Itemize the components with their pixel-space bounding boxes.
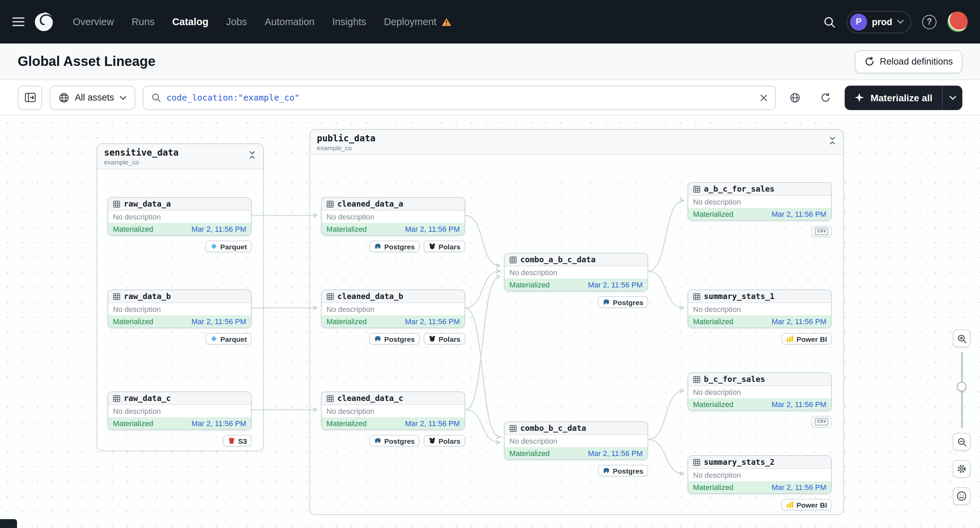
asset-tags: CSV: [687, 416, 832, 427]
asset-materialization-timestamp[interactable]: Mar 2, 11:56 PM: [588, 281, 643, 289]
materialize-options-button[interactable]: [942, 85, 963, 110]
asset-card[interactable]: b_c_for_sales No description Materialize…: [687, 373, 832, 411]
asset-description: No description: [108, 211, 251, 223]
zoom-slider-handle[interactable]: [957, 382, 966, 392]
asset-card[interactable]: a_b_c_for_sales No description Materiali…: [687, 182, 832, 221]
asset-node-a_b_c_for_sales[interactable]: a_b_c_for_sales No description Materiali…: [687, 182, 832, 237]
asset-card[interactable]: summary_stats_1 No description Materiali…: [687, 290, 832, 328]
asset-tags: PostgresPolars: [321, 435, 465, 446]
nav-item-runs[interactable]: Runs: [132, 16, 155, 27]
asset-card[interactable]: cleaned_data_b No description Materializ…: [321, 290, 465, 328]
asset-tag-postgres: Postgres: [369, 435, 420, 446]
asset-card[interactable]: cleaned_data_a No description Materializ…: [321, 197, 465, 236]
zoom-out-button[interactable]: [953, 433, 970, 450]
group-header: sensitive_data example_co: [97, 144, 263, 169]
asset-materialization-timestamp[interactable]: Mar 2, 11:56 PM: [772, 210, 826, 218]
asset-card[interactable]: cleaned_data_c No description Materializ…: [321, 392, 465, 430]
collapse-icon: [248, 151, 256, 159]
polars-icon: [428, 335, 436, 342]
asset-card[interactable]: raw_data_c No description Materialized M…: [107, 392, 251, 430]
feedback-button[interactable]: [953, 487, 970, 505]
asset-tag-label: Postgres: [613, 466, 643, 475]
asset-materialization-timestamp[interactable]: Mar 2, 11:56 PM: [191, 225, 246, 233]
asset-status: Materialized: [509, 281, 550, 289]
asset-tag-parquet: Parquet: [205, 333, 251, 344]
materialize-all-button[interactable]: Materialize all: [845, 85, 942, 110]
collapse-group-button[interactable]: [826, 135, 838, 147]
asset-node-raw_data_c[interactable]: raw_data_c No description Materialized M…: [107, 392, 251, 446]
asset-tag-label: S3: [238, 437, 247, 445]
nav-item-overview[interactable]: Overview: [73, 16, 114, 27]
asset-materialization-timestamp[interactable]: Mar 2, 11:56 PM: [191, 419, 246, 427]
asset-node-cleaned_data_a[interactable]: cleaned_data_a No description Materializ…: [321, 197, 465, 252]
asset-node-raw_data_a[interactable]: raw_data_a No description Materialized M…: [107, 197, 251, 252]
graph-settings-button[interactable]: [953, 460, 970, 478]
lineage-canvas[interactable]: sensitive_data example_co public_data ex…: [0, 116, 980, 528]
smiley-icon: [956, 491, 967, 501]
help-button[interactable]: ?: [922, 14, 937, 29]
asset-node-combo_b_c_data[interactable]: combo_b_c_data No description Materializ…: [504, 421, 648, 476]
asset-status: Materialized: [693, 400, 733, 408]
asset-node-combo_a_b_c_data[interactable]: combo_a_b_c_data No description Material…: [504, 253, 648, 308]
asset-name: combo_a_b_c_data: [520, 255, 596, 264]
sparkle-icon: [854, 92, 864, 103]
asset-materialization-timestamp[interactable]: Mar 2, 11:56 PM: [191, 317, 246, 325]
open-left-panel-button[interactable]: [18, 85, 42, 110]
asset-node-b_c_for_sales[interactable]: b_c_for_sales No description Materialize…: [687, 373, 832, 427]
zoom-slider[interactable]: [953, 352, 970, 428]
asset-node-summary_stats_1[interactable]: summary_stats_1 No description Materiali…: [687, 290, 832, 344]
asset-materialization-timestamp[interactable]: Mar 2, 11:56 PM: [405, 225, 460, 233]
clear-search-button[interactable]: [760, 94, 768, 101]
asset-materialization-timestamp[interactable]: Mar 2, 11:56 PM: [772, 483, 826, 491]
zoom-out-icon: [956, 437, 967, 447]
asset-card-header: cleaned_data_b: [322, 290, 465, 303]
asset-materialization-timestamp[interactable]: Mar 2, 11:56 PM: [588, 449, 643, 457]
asset-node-cleaned_data_b[interactable]: cleaned_data_b No description Materializ…: [321, 290, 465, 344]
asset-materialization-timestamp[interactable]: Mar 2, 11:56 PM: [772, 317, 826, 325]
asset-status-row: Materialized Mar 2, 11:56 PM: [688, 481, 831, 493]
globe-icon: [59, 92, 69, 103]
graph-options-button[interactable]: [783, 86, 807, 109]
refresh-button[interactable]: [814, 86, 837, 109]
asset-status-row: Materialized Mar 2, 11:56 PM: [108, 417, 251, 430]
collapse-group-button[interactable]: [246, 149, 258, 161]
deployment-switcher[interactable]: P prod: [847, 11, 911, 33]
asset-node-summary_stats_2[interactable]: summary_stats_2 No description Materiali…: [687, 455, 832, 511]
asset-card[interactable]: summary_stats_2 No description Materiali…: [687, 455, 832, 494]
hamburger-menu-button[interactable]: [12, 17, 24, 27]
asset-status: Materialized: [113, 317, 153, 325]
asset-scope-dropdown[interactable]: All assets: [49, 85, 135, 110]
user-avatar[interactable]: [947, 11, 968, 32]
asset-materialization-timestamp[interactable]: Mar 2, 11:56 PM: [772, 400, 826, 408]
asset-tags: Power BI: [687, 333, 832, 344]
asset-tags: S3: [107, 435, 251, 446]
nav-item-automation[interactable]: Automation: [264, 16, 315, 27]
nav-item-deployment[interactable]: Deployment: [384, 16, 452, 27]
asset-tag-s3: S3: [223, 435, 251, 446]
asset-node-raw_data_b[interactable]: raw_data_b No description Materialized M…: [107, 290, 251, 344]
asset-status-row: Materialized Mar 2, 11:56 PM: [322, 223, 465, 235]
search-button[interactable]: [823, 15, 836, 28]
asset-node-cleaned_data_c[interactable]: cleaned_data_c No description Materializ…: [321, 392, 465, 446]
nav-item-catalog[interactable]: Catalog: [172, 16, 208, 27]
asset-tags: Postgres: [504, 296, 648, 308]
asset-card[interactable]: combo_b_c_data No description Materializ…: [504, 421, 648, 460]
zoom-in-button[interactable]: [953, 330, 970, 347]
materialize-split-button: Materialize all: [845, 85, 963, 110]
asset-card-header: summary_stats_2: [688, 456, 831, 469]
group-title: public_data: [317, 133, 837, 143]
postgres-icon: [374, 243, 382, 250]
asset-search-input[interactable]: code_location:"example_co": [143, 85, 776, 110]
asset-card[interactable]: raw_data_b No description Materialized M…: [107, 290, 251, 328]
asset-card[interactable]: combo_a_b_c_data No description Material…: [504, 253, 648, 292]
materialize-all-label: Materialize all: [870, 92, 932, 103]
dagster-logo[interactable]: [33, 11, 55, 33]
nav-item-jobs[interactable]: Jobs: [226, 16, 247, 27]
asset-materialization-timestamp[interactable]: Mar 2, 11:56 PM: [405, 419, 460, 427]
asset-card-header: a_b_c_for_sales: [688, 183, 831, 196]
reload-definitions-button[interactable]: Reload definitions: [854, 50, 963, 73]
nav-item-insights[interactable]: Insights: [332, 16, 366, 27]
asset-tag-label: Power BI: [796, 501, 827, 509]
asset-materialization-timestamp[interactable]: Mar 2, 11:56 PM: [405, 317, 460, 325]
asset-card[interactable]: raw_data_a No description Materialized M…: [107, 197, 251, 236]
